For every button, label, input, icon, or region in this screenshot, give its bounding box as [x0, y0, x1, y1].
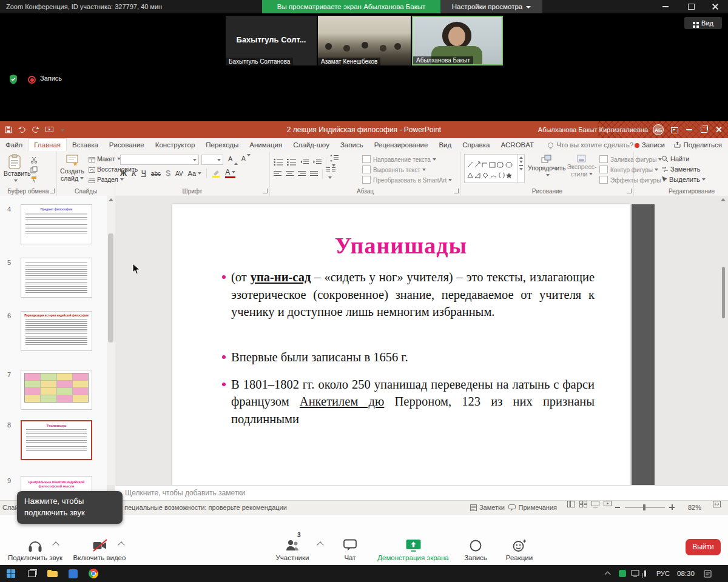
- ribbon-display-button[interactable]: [667, 121, 682, 138]
- zoom-slider-thumb[interactable]: [643, 504, 645, 510]
- new-slide-button[interactable]: Создать слайд: [58, 154, 86, 182]
- view-settings-dropdown[interactable]: Настройки просмотра: [440, 0, 542, 13]
- thumbnail-scrollbar-thumb[interactable]: [108, 233, 113, 343]
- thumbnail-scrollbar[interactable]: [107, 196, 115, 485]
- align-left-button[interactable]: [274, 170, 282, 178]
- strikethrough-button[interactable]: abc: [151, 170, 161, 177]
- bullets-button[interactable]: [274, 158, 283, 166]
- drawing-dialog-launcher[interactable]: [627, 189, 632, 193]
- text-direction-button[interactable]: Направление текста: [362, 155, 436, 163]
- slide-canvas[interactable]: Упанишады (от упа-ни-сад – «сидеть у ног…: [172, 204, 630, 485]
- start-button[interactable]: [2, 565, 19, 582]
- slide-scrollbar-thumb[interactable]: [722, 267, 725, 318]
- video-tile-3[interactable]: Абылханова Бакыт: [412, 16, 503, 65]
- highlight-button[interactable]: [212, 169, 220, 178]
- italic-button[interactable]: К: [132, 169, 136, 178]
- zoom-slider[interactable]: [625, 507, 665, 508]
- maximize-button[interactable]: [682, 0, 700, 13]
- shapes-gallery[interactable]: [464, 154, 525, 183]
- view-layout-button[interactable]: Вид: [684, 17, 722, 29]
- select-button[interactable]: Выделить: [661, 176, 706, 183]
- quick-styles-button[interactable]: Экспресс- стили: [567, 155, 597, 178]
- increase-font-button[interactable]: А: [228, 155, 232, 162]
- zoom-in-button[interactable]: [669, 504, 675, 510]
- decrease-font-button[interactable]: А: [241, 155, 246, 162]
- tab-draw[interactable]: Рисование: [104, 139, 150, 152]
- bold-button[interactable]: Ж: [120, 169, 127, 178]
- smartart-button[interactable]: Преобразовать в SmartArt: [362, 176, 452, 184]
- tab-transitions[interactable]: Переходы: [200, 139, 244, 152]
- fit-slide-button[interactable]: [713, 501, 721, 507]
- avatar[interactable]: АБ: [653, 124, 664, 135]
- reading-view-button[interactable]: [592, 501, 599, 507]
- tray-expand-icon[interactable]: [605, 572, 611, 578]
- record-button[interactable]: Запись: [457, 535, 494, 561]
- increase-indent-button[interactable]: [313, 158, 322, 166]
- app-button[interactable]: [64, 565, 81, 582]
- leave-meeting-button[interactable]: Выйти: [686, 539, 721, 555]
- records-button[interactable]: Записи: [635, 138, 665, 152]
- slide-thumbnail-7[interactable]: [21, 370, 92, 410]
- notes-pane[interactable]: Щелкните, чтобы добавить заметки: [115, 485, 728, 500]
- align-text-button[interactable]: Выровнять текст: [362, 166, 426, 173]
- tab-animations[interactable]: Анимация: [244, 139, 288, 152]
- tab-record[interactable]: Запись: [335, 139, 369, 152]
- font-dialog-launcher[interactable]: [263, 189, 268, 193]
- font-size-combobox[interactable]: [201, 155, 223, 165]
- tray-monitor-icon[interactable]: [631, 570, 639, 577]
- align-right-button[interactable]: [298, 170, 306, 178]
- share-screen-button[interactable]: Демонстрация экрана: [371, 535, 455, 561]
- normal-view-button[interactable]: [567, 501, 575, 507]
- arrange-button[interactable]: Упорядочить: [528, 155, 565, 179]
- tab-slideshow[interactable]: Слайд-шоу: [288, 139, 335, 152]
- participants-chevron-icon[interactable]: [317, 541, 323, 548]
- zoom-out-button[interactable]: [615, 507, 620, 508]
- slide-scrollbar[interactable]: [720, 196, 727, 485]
- accessibility-status[interactable]: пециальные возможности: проверьте рекоме…: [124, 501, 287, 514]
- slide-thumbnail-8-selected[interactable]: Упанишады: [21, 420, 92, 460]
- redo-icon[interactable]: [32, 126, 40, 133]
- slide-thumbnail-6[interactable]: Периодизация истории индийской философии: [21, 311, 92, 351]
- numbering-button[interactable]: [287, 158, 297, 166]
- video-tile-1[interactable]: Бахытгуль Солт... Бахытгуль Солтанова: [226, 16, 317, 65]
- tab-acrobat[interactable]: ACROBAT: [495, 139, 539, 152]
- chrome-button[interactable]: [85, 565, 102, 582]
- tab-insert[interactable]: Вставка: [67, 139, 104, 152]
- undo-icon[interactable]: [18, 126, 26, 133]
- shapes-gallery-scroll[interactable]: [517, 155, 524, 182]
- copy-button[interactable]: [30, 166, 38, 173]
- qat-customize-icon[interactable]: [59, 124, 64, 135]
- slide-sorter-view-button[interactable]: [579, 501, 587, 507]
- find-button[interactable]: Найти: [661, 155, 689, 162]
- video-tile-2[interactable]: Азамат Кенешбеков: [318, 16, 411, 65]
- slide-thumbnail-5[interactable]: [21, 258, 92, 298]
- tray-screenshare-icon[interactable]: [619, 570, 626, 577]
- font-color-button[interactable]: А: [225, 169, 235, 178]
- notes-toggle[interactable]: Заметки: [470, 501, 505, 514]
- ppt-close-button[interactable]: [711, 121, 726, 138]
- clock[interactable]: 08:30: [677, 565, 695, 582]
- cut-button[interactable]: [30, 156, 38, 164]
- shape-fill-button[interactable]: Заливка фигуры: [599, 155, 662, 163]
- clipboard-dialog-launcher[interactable]: [50, 189, 55, 193]
- task-view-button[interactable]: [23, 565, 40, 582]
- participants-button[interactable]: 3 Участники: [269, 535, 315, 561]
- start-slideshow-icon[interactable]: [46, 127, 53, 133]
- tray-network-icon[interactable]: [644, 570, 646, 577]
- tab-view[interactable]: Вид: [433, 139, 457, 152]
- join-audio-button[interactable]: Подключить звук: [4, 535, 67, 561]
- save-icon[interactable]: [5, 126, 12, 133]
- format-painter-button[interactable]: [30, 176, 38, 183]
- language-indicator[interactable]: РУС: [656, 565, 670, 582]
- character-spacing-button[interactable]: AV: [175, 170, 183, 177]
- reactions-button[interactable]: Реакции: [497, 535, 541, 561]
- paragraph-dialog-launcher[interactable]: [454, 189, 459, 193]
- shape-outline-button[interactable]: Контур фигуры: [599, 166, 658, 173]
- share-button[interactable]: Поделиться: [674, 138, 722, 152]
- ppt-minimize-button[interactable]: [682, 121, 696, 138]
- font-name-combobox[interactable]: [120, 155, 199, 165]
- tab-file[interactable]: Файл: [0, 139, 28, 152]
- ppt-restore-button[interactable]: [696, 121, 711, 138]
- decrease-indent-button[interactable]: [300, 158, 309, 166]
- slideshow-view-button[interactable]: [604, 501, 612, 507]
